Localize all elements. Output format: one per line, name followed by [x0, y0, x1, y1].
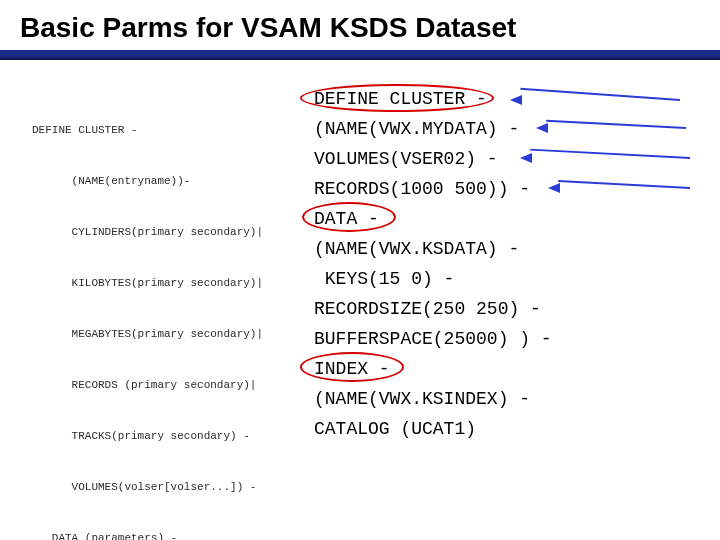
syntax-line: TRACKS(primary secondary) -	[32, 428, 263, 445]
syntax-line: VOLUMES(volser[volser...]) -	[32, 479, 263, 496]
example-line: (NAME(VWX.KSINDEX) -	[298, 384, 552, 414]
example-block: DEFINE CLUSTER - (NAME(VWX.MYDATA) - VOL…	[298, 84, 552, 444]
syntax-line: KILOBYTES(primary secondary)|	[32, 275, 263, 292]
syntax-line: DEFINE CLUSTER -	[32, 122, 263, 139]
title-rule	[0, 50, 720, 60]
example-line: (NAME(VWX.KSDATA) -	[298, 234, 552, 264]
syntax-line: DATA (parameters) -	[32, 530, 263, 540]
syntax-block: DEFINE CLUSTER - (NAME(entryname))- CYLI…	[32, 88, 263, 540]
syntax-line: MEGABYTES(primary secondary)|	[32, 326, 263, 343]
syntax-line: RECORDS (primary secondary)|	[32, 377, 263, 394]
example-line: BUFFERSPACE(25000) ) -	[298, 324, 552, 354]
slide: Basic Parms for VSAM KSDS Dataset DEFINE…	[0, 0, 720, 540]
example-line: DEFINE CLUSTER -	[298, 84, 552, 114]
example-line: RECORDSIZE(250 250) -	[298, 294, 552, 324]
slide-title: Basic Parms for VSAM KSDS Dataset	[20, 12, 516, 44]
example-line: VOLUMES(VSER02) -	[298, 144, 552, 174]
example-line: KEYS(15 0) -	[298, 264, 552, 294]
example-line: INDEX -	[298, 354, 552, 384]
syntax-line: CYLINDERS(primary secondary)|	[32, 224, 263, 241]
example-line: (NAME(VWX.MYDATA) -	[298, 114, 552, 144]
syntax-line: (NAME(entryname))-	[32, 173, 263, 190]
example-line: DATA -	[298, 204, 552, 234]
example-line: RECORDS(1000 500)) -	[298, 174, 552, 204]
example-line: CATALOG (UCAT1)	[298, 414, 552, 444]
